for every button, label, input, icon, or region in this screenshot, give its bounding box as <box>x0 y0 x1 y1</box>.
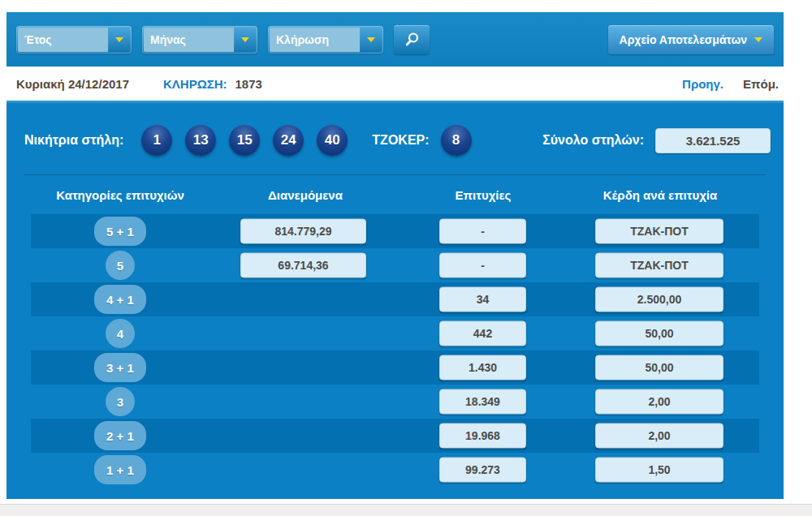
year-dropdown[interactable]: Έτος <box>16 26 132 54</box>
month-dropdown-value: Μήνας <box>144 28 234 52</box>
prize-per-win-box: 2.500,00 <box>595 287 723 312</box>
draw-dropdown-value: Κλήρωση <box>270 28 360 52</box>
table-row: 4 + 1342.500,00 <box>6 282 784 316</box>
wins-count-box: 34 <box>439 287 526 312</box>
chevron-down-icon <box>754 37 762 42</box>
category-badge: 4 + 1 <box>94 285 146 314</box>
month-dropdown-button[interactable] <box>235 28 256 52</box>
results-table-body: 5 + 1814.779,29-ΤΖΑΚ-ΠΟΤ569.714,36-ΤΖΑΚ-… <box>6 214 784 487</box>
results-panel: Νικήτρια στήλη: 113152440 ΤΖΟΚΕΡ: 8 Σύνο… <box>6 103 784 499</box>
prize-per-win-box: 2,00 <box>595 424 723 449</box>
search-button[interactable] <box>394 25 430 54</box>
category-badge: 3 + 1 <box>94 353 146 382</box>
chevron-down-icon <box>367 37 375 42</box>
draw-info-bar: Κυριακή 24/12/2017 ΚΛΗΡΩΣΗ: 1873 Προηγ. … <box>6 67 784 103</box>
table-row: 1 + 199.2731,50 <box>6 453 784 487</box>
draw-number-value: 1873 <box>235 77 262 91</box>
joker-label: ΤΖΟΚΕΡ: <box>372 133 429 148</box>
total-columns-wrap: Σύνολο στηλών: 3.621.525 <box>542 128 771 153</box>
prize-per-win-box: ΤΖΑΚ-ΠΟΤ <box>595 253 723 278</box>
column-header: Κατηγορίες επιτυχιών <box>56 188 184 202</box>
wins-count-box: 19.968 <box>439 424 526 449</box>
search-icon <box>404 32 420 48</box>
draw-dropdown[interactable]: Κλήρωση <box>268 26 383 54</box>
wins-count-box: 18.349 <box>439 389 526 415</box>
prize-per-win-box: 50,00 <box>595 321 723 346</box>
winning-number-ball: 40 <box>317 125 348 156</box>
distributed-amount-box: 69.714,36 <box>240 253 366 278</box>
prize-per-win-box: 50,00 <box>595 355 723 381</box>
winning-number-ball: 15 <box>229 125 260 156</box>
category-badge: 5 <box>106 251 135 280</box>
year-dropdown-value: Έτος <box>18 28 108 52</box>
draw-number-label: ΚΛΗΡΩΣΗ: <box>163 77 227 91</box>
total-columns-label: Σύνολο στηλών: <box>542 133 644 148</box>
table-row: 2 + 119.9682,00 <box>6 419 784 453</box>
page-footer-strip <box>0 504 812 516</box>
joker-ball-wrap: 8 <box>441 125 472 156</box>
category-badge: 1 + 1 <box>94 455 146 484</box>
table-row: 569.714,36-ΤΖΑΚ-ΠΟΤ <box>6 248 784 282</box>
table-row: 318.3492,00 <box>6 385 784 419</box>
wins-count-box: 442 <box>439 321 526 346</box>
distributed-amount-box: 814.779,29 <box>240 219 366 244</box>
joker-ball: 8 <box>441 125 472 156</box>
total-columns-value: 3.621.525 <box>655 128 771 153</box>
prize-per-win-box: 2,00 <box>595 389 723 415</box>
winning-number-balls: 113152440 <box>141 125 348 156</box>
filter-toolbar: Έτος Μήνας Κλήρωση Αρχείο Αποτελεσμάτων <box>6 12 784 67</box>
table-row: 5 + 1814.779,29-ΤΖΑΚ-ΠΟΤ <box>6 214 784 248</box>
archive-results-button[interactable]: Αρχείο Αποτελεσμάτων <box>608 25 774 54</box>
wins-count-box: - <box>439 253 526 278</box>
column-header: Επιτυχίες <box>456 188 512 202</box>
chevron-down-icon <box>241 37 249 42</box>
prize-per-win-box: ΤΖΑΚ-ΠΟΤ <box>595 219 723 244</box>
draw-dropdown-button[interactable] <box>361 28 382 52</box>
year-dropdown-button[interactable] <box>109 28 130 52</box>
category-badge: 3 <box>106 387 135 416</box>
wins-count-box: 1.430 <box>439 355 526 381</box>
column-header: Κέρδη ανά επιτυχία <box>603 188 717 202</box>
draw-navigation: Προηγ. Επόμ. <box>682 77 779 91</box>
next-draw-link[interactable]: Επόμ. <box>743 77 779 91</box>
category-badge: 4 <box>106 319 135 348</box>
category-badge: 2 + 1 <box>94 421 146 450</box>
winning-column-label: Νικήτρια στήλη: <box>24 133 123 148</box>
column-header: Διανεμόμενα <box>268 188 343 202</box>
archive-results-label: Αρχείο Αποτελεσμάτων <box>620 33 747 46</box>
winning-number-ball: 13 <box>185 125 216 156</box>
table-row: 444250,00 <box>6 316 784 350</box>
table-row: 3 + 11.43050,00 <box>6 350 784 385</box>
winning-numbers-row: Νικήτρια στήλη: 113152440 ΤΖΟΚΕΡ: 8 Σύνο… <box>6 103 784 158</box>
wins-count-box: 99.273 <box>439 458 526 483</box>
category-badge: 5 + 1 <box>94 217 146 246</box>
wins-count-box: - <box>439 219 526 244</box>
winning-number-ball: 24 <box>273 125 304 156</box>
winning-number-ball: 1 <box>141 125 172 156</box>
previous-draw-link[interactable]: Προηγ. <box>682 77 723 91</box>
draw-date: Κυριακή 24/12/2017 <box>16 77 129 91</box>
chevron-down-icon <box>115 37 123 42</box>
results-table-header: Κατηγορίες επιτυχιώνΔιανεμόμεναΕπιτυχίες… <box>6 175 784 214</box>
month-dropdown[interactable]: Μήνας <box>142 26 257 54</box>
prize-per-win-box: 1,50 <box>595 458 723 483</box>
